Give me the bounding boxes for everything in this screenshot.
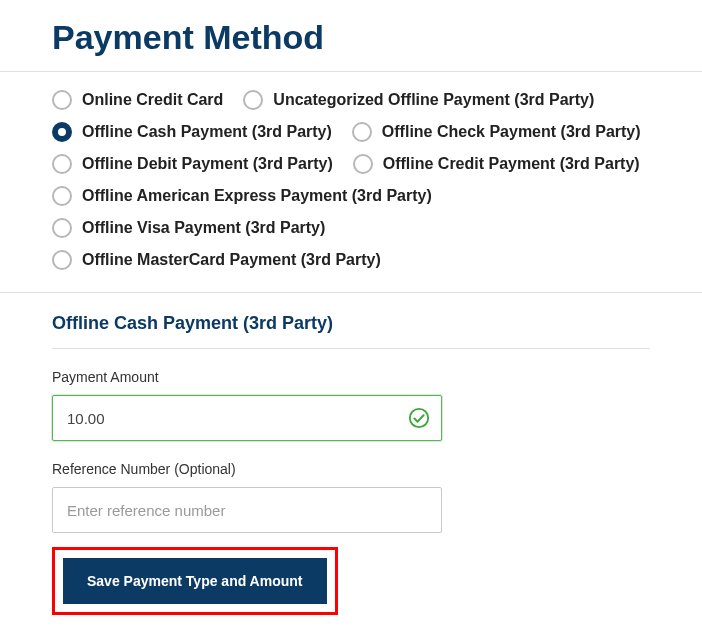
reference-number-input[interactable] [52,487,442,533]
radio-label: Offline Cash Payment (3rd Party) [82,123,332,141]
payment-method-options: Online Credit Card Uncategorized Offline… [0,72,702,292]
radio-label: Offline MasterCard Payment (3rd Party) [82,251,381,269]
amount-label: Payment Amount [52,369,650,385]
radio-icon [353,154,373,174]
radio-offline-amex[interactable]: Offline American Express Payment (3rd Pa… [52,186,432,206]
radio-label: Offline Check Payment (3rd Party) [382,123,641,141]
radio-label: Offline Debit Payment (3rd Party) [82,155,333,173]
payment-details: Offline Cash Payment (3rd Party) Payment… [0,293,702,615]
radio-icon [52,218,72,238]
radio-icon [243,90,263,110]
radio-icon [52,90,72,110]
svg-point-0 [410,409,428,427]
radio-uncategorized-offline[interactable]: Uncategorized Offline Payment (3rd Party… [243,90,594,110]
reference-input-wrap [52,487,442,533]
radio-label: Offline Visa Payment (3rd Party) [82,219,325,237]
amount-input-wrap [52,395,442,441]
radio-icon [52,122,72,142]
radio-online-credit-card[interactable]: Online Credit Card [52,90,223,110]
radio-icon [52,186,72,206]
radio-offline-mastercard[interactable]: Offline MasterCard Payment (3rd Party) [52,250,381,270]
radio-label: Offline American Express Payment (3rd Pa… [82,187,432,205]
reference-label: Reference Number (Optional) [52,461,650,477]
save-button[interactable]: Save Payment Type and Amount [63,558,327,604]
radio-label: Offline Credit Payment (3rd Party) [383,155,640,173]
radio-icon [352,122,372,142]
radio-offline-credit[interactable]: Offline Credit Payment (3rd Party) [353,154,640,174]
radio-label: Online Credit Card [82,91,223,109]
radio-offline-visa[interactable]: Offline Visa Payment (3rd Party) [52,218,325,238]
section-title: Offline Cash Payment (3rd Party) [52,313,650,349]
payment-amount-input[interactable] [52,395,442,441]
radio-icon [52,250,72,270]
radio-label: Uncategorized Offline Payment (3rd Party… [273,91,594,109]
radio-icon [52,154,72,174]
radio-offline-cash[interactable]: Offline Cash Payment (3rd Party) [52,122,332,142]
page-title: Payment Method [0,0,702,71]
radio-offline-debit[interactable]: Offline Debit Payment (3rd Party) [52,154,333,174]
highlight-box: Save Payment Type and Amount [52,547,338,615]
checkmark-circle-icon [408,407,430,429]
radio-offline-check[interactable]: Offline Check Payment (3rd Party) [352,122,641,142]
